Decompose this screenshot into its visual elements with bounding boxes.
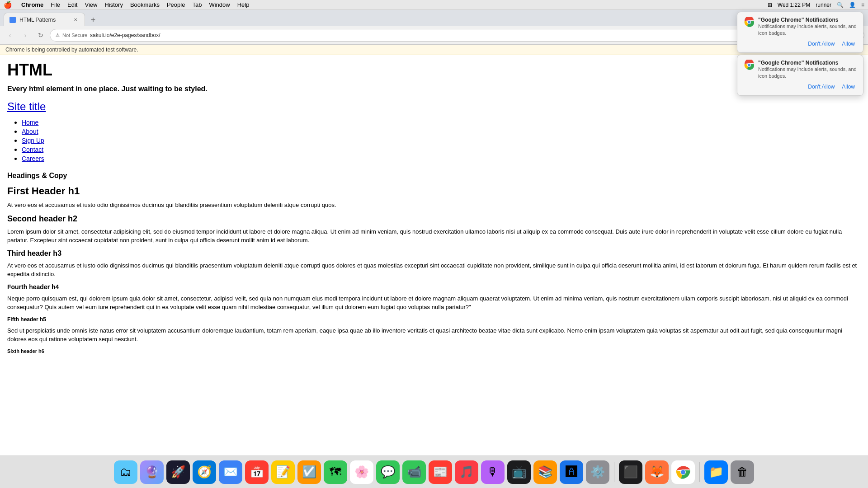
notif-text-1: "Google Chrome" Notifications Notificati… xyxy=(758,17,857,37)
list-item: Contact xyxy=(22,145,861,154)
notif-text-2: "Google Chrome" Notifications Notificati… xyxy=(758,60,857,80)
dock-calendar[interactable]: 📅 xyxy=(245,460,269,484)
menubar-chrome[interactable]: Chrome xyxy=(21,1,43,8)
dock-safari[interactable]: 🧭 xyxy=(193,460,216,484)
allow-button-2[interactable]: Allow xyxy=(840,83,857,91)
nav-link-contact[interactable]: Contact xyxy=(22,146,43,153)
dock-trash[interactable]: 🗑 xyxy=(731,460,754,484)
nav-link-home[interactable]: Home xyxy=(22,119,38,126)
list-item: Sign Up xyxy=(22,136,861,145)
dock-facetime[interactable]: 📹 xyxy=(402,460,426,484)
dock-messages[interactable]: 💬 xyxy=(376,460,400,484)
dock-mail[interactable]: ✉️ xyxy=(219,460,242,484)
nav-link-about[interactable]: About xyxy=(22,128,38,135)
back-button[interactable]: ‹ xyxy=(4,29,16,42)
tab-close-button[interactable]: ✕ xyxy=(72,16,79,23)
nav-link-careers[interactable]: Careers xyxy=(22,155,44,162)
sections-heading: Headings & Copy xyxy=(7,172,861,180)
clock: Wed 1:22 PM xyxy=(778,2,810,8)
security-label: Not Secure xyxy=(62,33,87,38)
list-item: About xyxy=(22,127,861,136)
control-center-icon[interactable]: ⊞ xyxy=(768,2,772,8)
reload-button[interactable]: ↻ xyxy=(34,29,47,42)
menubar-right: ⊞ Wed 1:22 PM runner 🔍 👤 ≡ xyxy=(768,2,864,8)
notif-header-1: "Google Chrome" Notifications Notificati… xyxy=(744,17,857,37)
chrome-dock-icon xyxy=(675,464,691,480)
menubar-window[interactable]: Window xyxy=(209,1,230,8)
h1-para: At vero eos et accusamus et iusto odio d… xyxy=(7,201,861,210)
dock-appletv[interactable]: 📺 xyxy=(507,460,531,484)
dock-reminders[interactable]: ☑️ xyxy=(297,460,321,484)
dock-news[interactable]: 📰 xyxy=(429,460,452,484)
notif-title-2: "Google Chrome" Notifications xyxy=(758,60,857,66)
notif-header-2: "Google Chrome" Notifications Notificati… xyxy=(744,60,857,80)
notif-body-2: Notifications may include alerts, sounds… xyxy=(758,66,857,80)
page-subtitle: Every html element in one place. Just wa… xyxy=(7,85,861,93)
content-h3: Third header h3 xyxy=(7,249,861,258)
dock-divider xyxy=(614,462,614,482)
dock-music[interactable]: 🎵 xyxy=(455,460,478,484)
chrome-icon-1 xyxy=(744,17,755,28)
dock-chrome[interactable] xyxy=(671,460,695,484)
menubar-history[interactable]: History xyxy=(104,1,123,8)
notif-buttons-1: Don't Allow Allow xyxy=(744,40,857,48)
site-title-link[interactable]: Site title xyxy=(7,100,861,113)
list-item: Home xyxy=(22,118,861,127)
notif-title-1: "Google Chrome" Notifications xyxy=(758,17,857,23)
content-h4: Fourth header h4 xyxy=(7,283,861,291)
dock-siri[interactable]: 🔮 xyxy=(140,460,164,484)
svg-point-8 xyxy=(681,470,685,474)
search-icon[interactable]: 🔍 xyxy=(837,2,844,8)
notif-body-1: Notifications may include alerts, sounds… xyxy=(758,23,857,37)
notification-popup-1: "Google Chrome" Notifications Notificati… xyxy=(737,12,863,53)
security-icon: ⚠ xyxy=(56,33,60,38)
allow-button-1[interactable]: Allow xyxy=(840,40,857,48)
dock-finder[interactable]: 🗂 xyxy=(114,460,137,484)
h3-para: At vero eos et accusamus et iusto odio d… xyxy=(7,261,861,279)
dock-photos[interactable]: 🌸 xyxy=(350,460,373,484)
apple-menu[interactable]: 🍎 xyxy=(4,1,12,9)
dont-allow-button-1[interactable]: Don't Allow xyxy=(806,40,836,48)
dock-divider-2 xyxy=(699,462,700,482)
dock-books[interactable]: 📚 xyxy=(533,460,557,484)
new-tab-button[interactable]: + xyxy=(87,14,99,26)
dock-terminal[interactable]: ⬛ xyxy=(619,460,642,484)
menubar-file[interactable]: File xyxy=(51,1,60,8)
dock-podcasts[interactable]: 🎙 xyxy=(481,460,505,484)
menubar-view[interactable]: View xyxy=(85,1,97,8)
nav-list: Home About Sign Up Contact Careers xyxy=(7,118,861,163)
menubar: 🍎 Chrome File Edit View History Bookmark… xyxy=(0,0,868,10)
menubar-tab[interactable]: Tab xyxy=(192,1,202,8)
dock: 🗂 🔮 🚀 🧭 ✉️ 📅 📝 ☑️ 🗺 🌸 💬 📹 📰 🎵 🎙 📺 📚 🅰 ⚙️… xyxy=(0,455,868,487)
menubar-people[interactable]: People xyxy=(167,1,185,8)
h5-para: Sed ut perspiciatis unde omnis iste natu… xyxy=(7,326,861,344)
tab-title: HTML Patterns xyxy=(19,17,68,23)
dock-files[interactable]: 📁 xyxy=(704,460,728,484)
list-item: Careers xyxy=(22,155,861,163)
notification-popup-2: "Google Chrome" Notifications Notificati… xyxy=(737,55,863,96)
automation-text: Chrome is being controlled by automated … xyxy=(5,47,138,53)
chrome-icon-2 xyxy=(744,60,755,70)
dock-notes[interactable]: 📝 xyxy=(271,460,295,484)
menubar-bookmarks[interactable]: Bookmarks xyxy=(130,1,160,8)
dock-appstore[interactable]: 🅰 xyxy=(560,460,583,484)
content-h5: Fifth header h5 xyxy=(7,316,861,323)
dock-systemprefs[interactable]: ⚙️ xyxy=(586,460,609,484)
dock-maps[interactable]: 🗺 xyxy=(324,460,347,484)
dock-launchpad[interactable]: 🚀 xyxy=(166,460,190,484)
content-h1: First Header h1 xyxy=(7,185,861,197)
svg-point-2 xyxy=(748,21,750,23)
menubar-edit[interactable]: Edit xyxy=(67,1,77,8)
user-icon[interactable]: 👤 xyxy=(849,2,856,8)
forward-button[interactable]: › xyxy=(19,29,32,42)
browser-tab[interactable]: HTML Patterns ✕ xyxy=(4,13,85,26)
page-content: HTML Every html element in one place. Ju… xyxy=(0,55,868,487)
menubar-help[interactable]: Help xyxy=(237,1,250,8)
content-h6: Sixth header h6 xyxy=(7,348,861,354)
user-name: runner xyxy=(816,2,831,8)
dock-firefox[interactable]: 🦊 xyxy=(645,460,669,484)
content-h2: Second header h2 xyxy=(7,214,861,224)
dont-allow-button-2[interactable]: Don't Allow xyxy=(806,83,836,91)
wifi-icon[interactable]: ≡ xyxy=(861,2,864,8)
nav-link-signup[interactable]: Sign Up xyxy=(22,137,44,144)
